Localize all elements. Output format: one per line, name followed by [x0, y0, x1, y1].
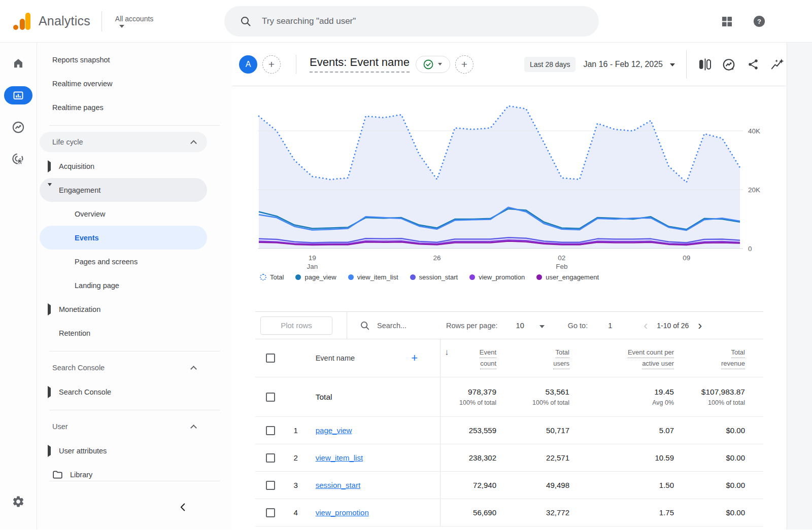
table-search-input[interactable]: Search... [377, 322, 413, 330]
scroll-gutter[interactable] [787, 43, 812, 529]
select-all-checkbox[interactable] [266, 354, 275, 363]
total-row-checkbox[interactable] [266, 393, 275, 402]
sidebar-item-events[interactable]: Events [40, 226, 207, 250]
row-checkbox[interactable] [266, 453, 275, 463]
date-range[interactable]: Jan 16 - Feb 12, 2025 [583, 60, 663, 69]
column-header-eventcountper-activeuser[interactable]: Event count peractive user [569, 339, 674, 377]
chevron-up-icon [190, 140, 197, 147]
legend-dot-icon [410, 274, 416, 280]
sidebar-divider [49, 125, 220, 126]
intelligence-icon[interactable] [771, 58, 784, 71]
row-number: 1 [285, 417, 307, 444]
column-header-total-users[interactable]: Totalusers [496, 339, 569, 377]
report-status-pill[interactable] [416, 56, 450, 73]
next-page-icon[interactable]: › [698, 320, 702, 332]
collapse-nav-icon[interactable] [176, 500, 190, 514]
sidebar-item-landing-page[interactable]: Landing page [40, 273, 207, 297]
comparison-icon[interactable] [698, 58, 711, 71]
total-metrics: 978,379100% of total53,561100% of total1… [440, 377, 763, 416]
sidebar-item-user-attributes[interactable]: User attributes [40, 439, 207, 463]
page-title[interactable]: Events: Event name [310, 56, 410, 73]
sidebar-item-realtime-overview[interactable]: Realtime overview [40, 72, 207, 95]
row-metric-value: 10.59 [655, 444, 674, 471]
sidebar-section-search-console[interactable]: Search Console [40, 358, 207, 378]
google-analytics-logo-icon [13, 13, 31, 30]
date-preset-chip[interactable]: Last 28 days [524, 57, 576, 72]
row-metric-cell: 1.75 [569, 499, 674, 526]
chevron-down-icon[interactable] [539, 325, 545, 328]
comparison-chip-a[interactable]: A [239, 55, 257, 74]
legend-item-view_item_list: view_item_list [348, 273, 398, 281]
row-checkbox[interactable] [266, 426, 275, 435]
row-metric-value: 1.75 [659, 499, 674, 526]
event-name-link[interactable]: session_start [316, 481, 360, 489]
events-trend-chart: 40K20K019Jan2602Feb09 [232, 86, 812, 269]
row-metric-value: 238,302 [469, 444, 496, 471]
legend-item-session_start: session_start [410, 273, 458, 281]
add-report-tab-icon[interactable]: + [455, 55, 473, 74]
legend-item-page_view: page_view [295, 273, 336, 281]
check-circle-icon [423, 59, 433, 69]
sort-descending-icon[interactable]: ↓ [445, 347, 449, 358]
previous-page-icon[interactable]: ‹ [644, 320, 648, 332]
column-header-event-name[interactable]: Event name+ [307, 339, 440, 377]
legend-dot-icon [260, 274, 266, 280]
sidebar-item-monetization[interactable]: Monetization [40, 297, 207, 321]
apps-grid-icon[interactable] [721, 15, 733, 27]
row-metric-cell: $0.00 [674, 417, 745, 444]
event-name-link[interactable]: view_item_list [316, 453, 363, 462]
sidebar-section-user[interactable]: User [40, 416, 207, 437]
event-name-link[interactable]: view_promotion [316, 508, 369, 517]
row-checkbox-cell [255, 444, 285, 471]
x-tick-label: Feb [556, 263, 567, 270]
sidebar-item-label: Events [75, 234, 99, 242]
chevron-down-icon[interactable] [670, 63, 675, 66]
date-and-actions: Last 28 days Jan 16 - Feb 12, 2025 [524, 43, 784, 86]
sidebar-item-realtime-pages[interactable]: Realtime pages [40, 95, 207, 119]
sidebar-item-acquisition[interactable]: Acquisition [40, 154, 207, 178]
sidebar-item-pages-and-screens[interactable]: Pages and screens [40, 250, 207, 273]
x-tick-label: 09 [683, 254, 690, 262]
row-checkbox[interactable] [266, 508, 275, 517]
analytics-logo[interactable]: Analytics [13, 13, 90, 30]
rows-per-page-select[interactable]: 10 [516, 322, 524, 330]
column-header-total-revenue[interactable]: Totalrevenue [674, 339, 745, 377]
account-switcher[interactable]: All accounts [115, 15, 153, 28]
sidebar-section-label: Search Console [52, 364, 105, 372]
legend-dot-icon [348, 274, 354, 280]
event-name-link[interactable]: page_view [316, 426, 352, 435]
sidebar-item-retention[interactable]: Retention [40, 321, 207, 345]
rail-item-advertising[interactable] [4, 148, 32, 170]
sidebar-item-label: Search Console [59, 388, 111, 396]
help-icon[interactable]: ? [753, 15, 765, 27]
goto-page-input[interactable]: 1 [608, 322, 612, 330]
add-dimension-icon[interactable]: + [411, 351, 418, 365]
insights-icon[interactable] [722, 58, 735, 71]
sidebar-item-reports-snapshot[interactable]: Reports snapshot [40, 48, 207, 72]
total-metric-subtext: 100% of total [708, 399, 745, 406]
table-search-icon[interactable] [359, 320, 370, 331]
rail-item-home[interactable] [4, 52, 32, 75]
row-metric-value: 72,940 [473, 472, 496, 499]
total-metric-cell: $107,983.87100% of total [674, 377, 745, 416]
sidebar-section-life-cycle[interactable]: Life cycle [40, 132, 207, 152]
sidebar-item-overview[interactable]: Overview [40, 202, 207, 226]
row-metric-cell: 49,498 [496, 472, 569, 499]
row-name-cell: view_item_list [307, 444, 440, 471]
sidebar-item-search-console[interactable]: Search Console [40, 380, 207, 404]
column-header-event-count[interactable]: Eventcount [441, 339, 496, 377]
row-checkbox[interactable] [266, 481, 275, 490]
global-search-input[interactable]: Try searching "add user" [224, 6, 599, 37]
rail-item-reports[interactable] [4, 84, 32, 107]
admin-gear-icon[interactable] [12, 495, 25, 510]
rail-item-explore[interactable] [4, 116, 32, 138]
share-icon[interactable] [747, 58, 760, 71]
sidebar-item-label: Realtime pages [52, 103, 104, 112]
sidebar-item-engagement[interactable]: Engagement [40, 178, 207, 202]
active-nav-pill [4, 86, 32, 104]
plot-rows-button[interactable]: Plot rows [260, 316, 332, 335]
total-metric-value: 978,379 [468, 387, 496, 397]
report-nav-drawer: Reports snapshotRealtime overviewRealtim… [37, 43, 232, 529]
add-comparison-icon[interactable]: + [262, 55, 281, 74]
row-name-cell: session_start [307, 472, 440, 499]
